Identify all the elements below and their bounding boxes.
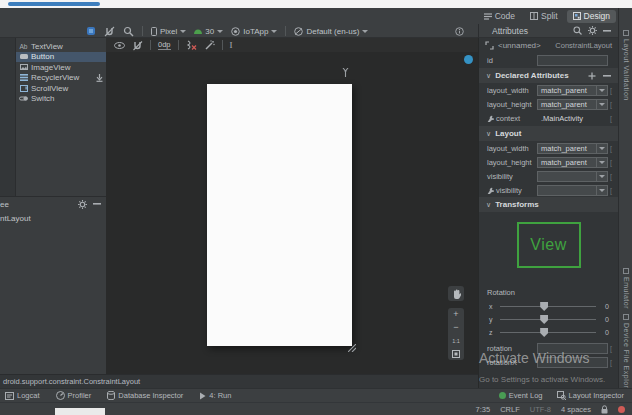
chevron-down-icon	[271, 30, 277, 33]
combo-dropdown-button[interactable]	[596, 144, 607, 153]
hide-panel-icon[interactable]	[603, 30, 611, 32]
palette-item-recyclerview[interactable]: RecyclerView	[16, 73, 106, 84]
palette-item-label: ImageView	[31, 63, 70, 72]
palette-item-textview[interactable]: Ab TextView	[16, 41, 106, 52]
rotation-input[interactable]	[537, 343, 608, 354]
zoom-in-button[interactable]: +	[453, 310, 458, 319]
context-value[interactable]: .MainActivity	[537, 114, 608, 123]
id-input[interactable]	[537, 55, 608, 66]
toolwindow-profiler[interactable]: Profiler	[56, 391, 92, 400]
slider-thumb[interactable]	[540, 328, 548, 337]
section-layout[interactable]: ∨ Layout	[479, 126, 618, 141]
info-icon[interactable]	[455, 27, 464, 36]
tab-design[interactable]: Design	[567, 10, 616, 23]
combo-dropdown-button[interactable]	[596, 158, 607, 167]
tab-emulator[interactable]: Emulator	[619, 268, 632, 309]
gear-icon[interactable]	[78, 200, 87, 209]
tree-item-constraintlayout[interactable]: ntLayout	[0, 214, 106, 223]
magnet-off-icon[interactable]	[104, 26, 115, 37]
rotation-z-slider-row: z 0	[479, 326, 618, 339]
device-selector[interactable]: Pixel	[151, 27, 186, 36]
palette-item-button[interactable]: Button	[16, 52, 106, 63]
theme-selector[interactable]: IoTApp	[231, 27, 277, 36]
database-icon	[107, 391, 115, 400]
axis-label: y	[489, 316, 495, 323]
issue-badge[interactable]	[464, 55, 473, 64]
slider-thumb[interactable]	[540, 315, 548, 324]
locale-selector[interactable]: Default (en-us)	[294, 27, 368, 36]
combo-dropdown-button[interactable]	[596, 186, 607, 195]
gear-icon[interactable]	[588, 26, 597, 35]
view-options-eye-icon[interactable]	[114, 42, 125, 49]
device-antenna-icon	[342, 68, 349, 77]
tab-label: Emulator	[623, 277, 630, 309]
tab-split[interactable]: Split	[524, 10, 564, 23]
layout-height-combo[interactable]: match_parent	[537, 157, 608, 168]
toolbar-separator	[150, 40, 151, 50]
palette-item-switch[interactable]: Switch	[16, 94, 106, 105]
lock-icon[interactable]	[601, 405, 608, 414]
layout-width-combo[interactable]: match_parent	[537, 85, 608, 96]
error-indicator[interactable]	[618, 406, 625, 413]
combo-dropdown-button[interactable]	[596, 100, 607, 109]
axis-label: z	[489, 329, 495, 336]
toolwindow-logcat[interactable]: Logcat	[5, 391, 40, 400]
tab-code[interactable]: Code	[478, 10, 521, 23]
visibility-combo[interactable]	[537, 171, 608, 182]
indent-setting[interactable]: 4 spaces	[561, 405, 591, 414]
combo-dropdown-button[interactable]	[596, 172, 607, 181]
imageview-icon	[19, 64, 28, 70]
event-log-icon	[499, 392, 506, 399]
autoconnect-magnet-icon[interactable]	[132, 40, 143, 51]
toolwindow-event-log[interactable]: Event Log	[499, 391, 543, 400]
tab-code-label: Code	[495, 11, 515, 21]
line-ending[interactable]: CRLF	[500, 405, 520, 414]
zoom-to-fit-icon[interactable]	[452, 350, 460, 358]
palette-item-imageview[interactable]: ImageView	[16, 62, 106, 73]
rotationx-input[interactable]	[537, 357, 608, 368]
remove-attribute-icon[interactable]	[603, 75, 611, 77]
tab-device-file-explorer[interactable]: Device File Explorer	[619, 314, 632, 396]
default-margin-button[interactable]: 0dp	[158, 41, 171, 50]
breadcrumb[interactable]: droid.support.constraint.ConstraintLayou…	[3, 377, 140, 386]
slider-track[interactable]	[500, 332, 596, 333]
file-encoding[interactable]: UTF-8	[530, 405, 551, 414]
hide-panel-icon[interactable]	[93, 203, 101, 205]
zoom-100-button[interactable]: 1:1	[452, 337, 460, 346]
tools-visibility-combo[interactable]	[537, 185, 608, 196]
design-surface-icon[interactable]	[86, 26, 96, 36]
infer-constraints-wand-icon[interactable]	[204, 40, 215, 51]
theme-label: IoTApp	[243, 27, 268, 36]
transform-preview-label: View	[530, 236, 566, 254]
device-screen[interactable]	[207, 84, 352, 346]
caret-position[interactable]: 7:35	[476, 405, 491, 414]
resize-handle[interactable]	[348, 344, 356, 352]
search-icon[interactable]	[573, 26, 582, 35]
toolwindow-layout-inspector[interactable]: Layout Inspector	[557, 391, 624, 400]
palette-item-scrollview[interactable]: ScrollView	[16, 83, 106, 94]
attributes-panel: <unnamed> ConstraintLayout id ∨ Declared…	[478, 38, 618, 388]
clear-constraints-icon[interactable]	[186, 40, 197, 50]
api-level-selector[interactable]: 30	[194, 27, 223, 36]
slider-thumb[interactable]	[540, 302, 548, 311]
layout-height-combo[interactable]: match_parent	[537, 99, 608, 110]
layout-width-combo[interactable]: match_parent	[537, 143, 608, 154]
section-transforms[interactable]: ∨ Transforms	[479, 197, 618, 212]
slider-track[interactable]	[500, 306, 596, 307]
theme-icon	[231, 27, 240, 36]
combo-dropdown-button[interactable]	[596, 86, 607, 95]
section-declared-attributes[interactable]: ∨ Declared Attributes	[479, 68, 618, 83]
toolwindow-database-inspector[interactable]: Database Inspector	[107, 391, 183, 400]
flag-column: [	[610, 345, 614, 352]
slider-track[interactable]	[500, 319, 596, 320]
tab-layout-validation[interactable]: Layout Validation	[619, 30, 632, 101]
toolwindow-run[interactable]: 4: Run	[199, 391, 231, 400]
text-ibeam-icon[interactable]: I	[230, 40, 233, 50]
zoom-tool-icon[interactable]	[123, 26, 134, 37]
pan-button[interactable]	[448, 286, 464, 301]
add-attribute-icon[interactable]	[588, 72, 596, 80]
rotation-x-slider-row: x 0	[479, 300, 618, 313]
toolwindow-label: Layout Inspector	[569, 391, 624, 400]
zoom-out-button[interactable]: −	[453, 323, 458, 332]
design-canvas[interactable]: + − 1:1	[106, 52, 478, 374]
